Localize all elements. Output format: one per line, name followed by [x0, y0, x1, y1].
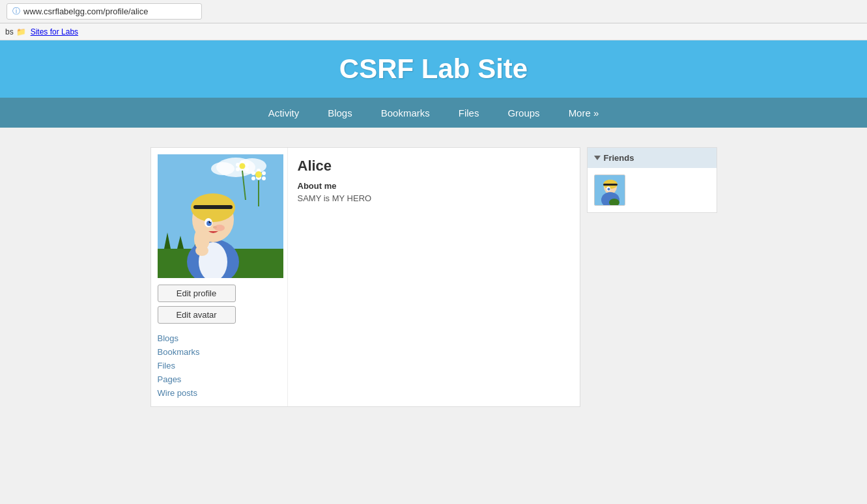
svg-point-34 — [213, 226, 217, 229]
profile-link-pages[interactable]: Pages — [158, 372, 281, 386]
friends-panel: Friends — [587, 147, 717, 213]
edit-profile-button[interactable]: Edit profile — [158, 285, 236, 302]
svg-point-9 — [251, 171, 255, 175]
info-icon: ⓘ — [12, 6, 20, 17]
site-title: CSRF Lab Site — [0, 53, 867, 85]
profile-left: Edit profile Edit avatar Blogs Bookmarks… — [151, 148, 288, 406]
svg-point-3 — [211, 162, 235, 175]
profile-link-blogs[interactable]: Blogs — [158, 331, 281, 345]
url-text: www.csrflabelgg.com/profile/alice — [23, 7, 148, 16]
svg-point-16 — [236, 163, 240, 167]
bookmarks-bar: bs 📁 Sites for Labs — [0, 23, 867, 40]
svg-rect-28 — [193, 205, 233, 209]
svg-rect-40 — [603, 184, 618, 186]
profile-card: Edit profile Edit avatar Blogs Bookmarks… — [150, 147, 580, 407]
profile-buttons: Edit profile Edit avatar — [158, 285, 281, 324]
svg-point-10 — [255, 171, 262, 178]
nav-bookmarks[interactable]: Bookmarks — [367, 100, 444, 126]
browser-bar: ⓘ www.csrflabelgg.com/profile/alice — [0, 0, 867, 23]
site-header: CSRF Lab Site — [0, 40, 867, 98]
nav-groups[interactable]: Groups — [493, 100, 554, 126]
svg-point-14 — [245, 167, 249, 171]
friends-label: Friends — [604, 153, 634, 163]
friends-list — [588, 168, 717, 212]
bookmark-sites-for-labs[interactable]: Sites for Labs — [31, 27, 78, 36]
svg-point-43 — [607, 188, 610, 191]
svg-point-13 — [245, 163, 249, 167]
nav-blogs[interactable]: Blogs — [313, 100, 367, 126]
friend-avatar[interactable] — [594, 175, 625, 206]
profile-info: Alice About me SAMY is MY HERO — [288, 148, 580, 406]
profile-avatar — [158, 154, 283, 278]
profile-link-wire-posts[interactable]: Wire posts — [158, 386, 281, 400]
friends-header: Friends — [588, 148, 717, 168]
svg-point-17 — [239, 163, 245, 169]
about-text: SAMY is MY HERO — [298, 193, 570, 203]
svg-point-7 — [262, 176, 266, 180]
folder-icon: 📁 — [16, 27, 26, 36]
collapse-icon — [594, 156, 601, 160]
main-content: Edit profile Edit avatar Blogs Bookmarks… — [0, 128, 867, 453]
nav-more[interactable]: More » — [554, 100, 614, 126]
nav-activity[interactable]: Activity — [254, 100, 314, 126]
svg-point-32 — [210, 221, 211, 222]
url-bar[interactable]: ⓘ www.csrflabelgg.com/profile/alice — [7, 3, 202, 20]
profile-wrapper: Edit profile Edit avatar Blogs Bookmarks… — [108, 147, 760, 407]
edit-avatar-button[interactable]: Edit avatar — [158, 306, 236, 324]
site-nav: Activity Blogs Bookmarks Files Groups Mo… — [0, 98, 867, 128]
profile-link-bookmarks[interactable]: Bookmarks — [158, 345, 281, 359]
profile-username: Alice — [298, 158, 570, 175]
profile-links: Blogs Bookmarks Files Pages Wire posts — [158, 331, 281, 400]
svg-point-15 — [236, 167, 240, 171]
nav-files[interactable]: Files — [444, 100, 494, 126]
profile-link-files[interactable]: Files — [158, 359, 281, 372]
bookmarks-label: bs — [5, 27, 14, 36]
svg-point-36 — [195, 245, 208, 256]
about-label: About me — [298, 181, 570, 191]
svg-point-8 — [251, 176, 255, 180]
svg-point-6 — [262, 171, 266, 175]
